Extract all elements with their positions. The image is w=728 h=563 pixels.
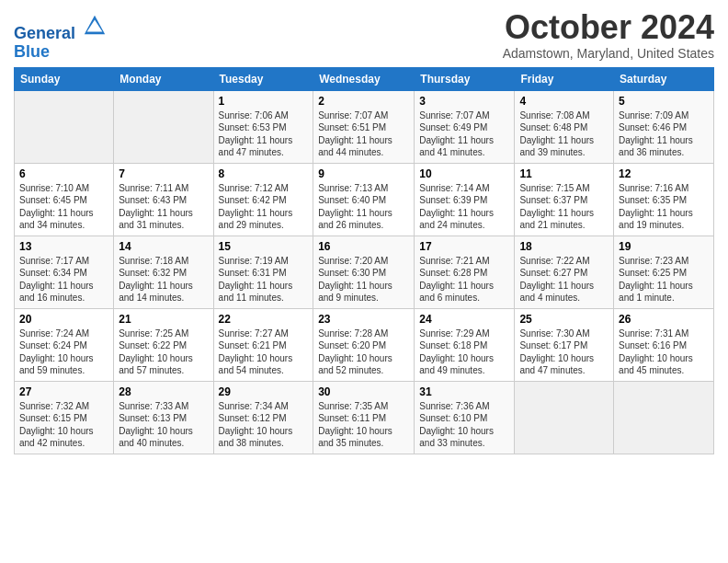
calendar-cell <box>15 90 114 163</box>
calendar-cell: 28Sunrise: 7:33 AMSunset: 6:13 PMDayligh… <box>114 381 213 454</box>
day-number: 10 <box>419 167 509 180</box>
day-info: Sunrise: 7:23 AMSunset: 6:25 PMDaylight:… <box>619 255 709 304</box>
week-row-3: 13Sunrise: 7:17 AMSunset: 6:34 PMDayligh… <box>15 236 714 308</box>
day-number: 6 <box>19 167 108 180</box>
day-number: 22 <box>219 313 309 326</box>
calendar-cell: 9Sunrise: 7:13 AMSunset: 6:40 PMDaylight… <box>313 163 415 236</box>
calendar-cell: 7Sunrise: 7:11 AMSunset: 6:43 PMDaylight… <box>114 163 213 236</box>
calendar-cell: 16Sunrise: 7:20 AMSunset: 6:30 PMDayligh… <box>313 236 415 308</box>
day-info: Sunrise: 7:36 AMSunset: 6:10 PMDaylight:… <box>419 400 509 450</box>
day-info: Sunrise: 7:12 AMSunset: 6:42 PMDaylight:… <box>219 182 309 232</box>
calendar-cell: 6Sunrise: 7:10 AMSunset: 6:45 PMDaylight… <box>15 163 114 236</box>
day-number: 9 <box>318 167 409 180</box>
day-number: 1 <box>219 95 309 108</box>
day-number: 17 <box>419 240 509 253</box>
calendar-cell <box>614 381 714 454</box>
calendar-cell: 10Sunrise: 7:14 AMSunset: 6:39 PMDayligh… <box>415 163 515 236</box>
calendar-cell <box>114 90 213 163</box>
day-info: Sunrise: 7:14 AMSunset: 6:39 PMDaylight:… <box>419 182 509 232</box>
calendar-cell: 31Sunrise: 7:36 AMSunset: 6:10 PMDayligh… <box>415 381 515 454</box>
day-number: 27 <box>19 385 108 398</box>
day-info: Sunrise: 7:35 AMSunset: 6:11 PMDaylight:… <box>318 400 409 450</box>
calendar-cell: 14Sunrise: 7:18 AMSunset: 6:32 PMDayligh… <box>114 236 213 308</box>
logo-text: General <box>14 13 108 43</box>
day-info: Sunrise: 7:27 AMSunset: 6:21 PMDaylight:… <box>219 327 309 377</box>
day-number: 13 <box>19 240 108 253</box>
day-number: 29 <box>219 385 309 398</box>
calendar-cell: 29Sunrise: 7:34 AMSunset: 6:12 PMDayligh… <box>213 381 313 454</box>
weekday-header-sunday: Sunday <box>15 67 114 90</box>
location: Adamstown, Maryland, United States <box>503 46 714 61</box>
day-number: 18 <box>519 240 609 253</box>
day-number: 11 <box>519 167 609 180</box>
day-number: 23 <box>318 313 409 326</box>
calendar-cell: 17Sunrise: 7:21 AMSunset: 6:28 PMDayligh… <box>415 236 515 308</box>
day-info: Sunrise: 7:13 AMSunset: 6:40 PMDaylight:… <box>318 182 409 232</box>
day-info: Sunrise: 7:29 AMSunset: 6:18 PMDaylight:… <box>419 327 509 377</box>
calendar-cell: 5Sunrise: 7:09 AMSunset: 6:46 PMDaylight… <box>614 90 714 163</box>
calendar-cell: 23Sunrise: 7:28 AMSunset: 6:20 PMDayligh… <box>313 308 415 381</box>
day-number: 19 <box>619 240 709 253</box>
day-number: 15 <box>219 240 309 253</box>
calendar-cell: 1Sunrise: 7:06 AMSunset: 6:53 PMDaylight… <box>213 90 313 163</box>
day-number: 24 <box>419 313 509 326</box>
day-info: Sunrise: 7:20 AMSunset: 6:30 PMDaylight:… <box>318 255 409 304</box>
day-number: 26 <box>619 313 709 326</box>
day-info: Sunrise: 7:21 AMSunset: 6:28 PMDaylight:… <box>419 255 509 304</box>
weekday-header-thursday: Thursday <box>415 67 515 90</box>
day-info: Sunrise: 7:17 AMSunset: 6:34 PMDaylight:… <box>19 255 108 304</box>
day-number: 21 <box>119 313 208 326</box>
title-block: October 2024 Adamstown, Maryland, United… <box>503 9 714 61</box>
weekday-header-saturday: Saturday <box>614 67 714 90</box>
logo-general: General <box>14 24 75 42</box>
day-number: 20 <box>19 313 108 326</box>
day-number: 4 <box>519 95 609 108</box>
calendar-cell: 18Sunrise: 7:22 AMSunset: 6:27 PMDayligh… <box>515 236 614 308</box>
calendar-cell: 30Sunrise: 7:35 AMSunset: 6:11 PMDayligh… <box>313 381 415 454</box>
calendar-cell: 22Sunrise: 7:27 AMSunset: 6:21 PMDayligh… <box>213 308 313 381</box>
day-info: Sunrise: 7:07 AMSunset: 6:51 PMDaylight:… <box>318 109 409 159</box>
day-info: Sunrise: 7:33 AMSunset: 6:13 PMDaylight:… <box>119 400 208 450</box>
day-info: Sunrise: 7:16 AMSunset: 6:35 PMDaylight:… <box>619 182 709 232</box>
calendar-cell: 21Sunrise: 7:25 AMSunset: 6:22 PMDayligh… <box>114 308 213 381</box>
day-number: 8 <box>219 167 309 180</box>
week-row-2: 6Sunrise: 7:10 AMSunset: 6:45 PMDaylight… <box>15 163 714 236</box>
weekday-header-wednesday: Wednesday <box>313 67 415 90</box>
month-title: October 2024 <box>503 9 714 46</box>
day-info: Sunrise: 7:09 AMSunset: 6:46 PMDaylight:… <box>619 109 709 159</box>
day-info: Sunrise: 7:19 AMSunset: 6:31 PMDaylight:… <box>219 255 309 304</box>
logo-blue-text: Blue <box>14 43 108 62</box>
week-row-5: 27Sunrise: 7:32 AMSunset: 6:15 PMDayligh… <box>15 381 714 454</box>
day-info: Sunrise: 7:31 AMSunset: 6:16 PMDaylight:… <box>619 327 709 377</box>
day-info: Sunrise: 7:18 AMSunset: 6:32 PMDaylight:… <box>119 255 208 304</box>
calendar-cell: 24Sunrise: 7:29 AMSunset: 6:18 PMDayligh… <box>415 308 515 381</box>
day-info: Sunrise: 7:25 AMSunset: 6:22 PMDaylight:… <box>119 327 208 377</box>
page: General Blue October 2024 Adamstown, Mar… <box>0 0 728 464</box>
day-info: Sunrise: 7:24 AMSunset: 6:24 PMDaylight:… <box>19 327 108 377</box>
calendar-table: SundayMondayTuesdayWednesdayThursdayFrid… <box>14 67 714 454</box>
calendar-cell: 26Sunrise: 7:31 AMSunset: 6:16 PMDayligh… <box>614 308 714 381</box>
calendar-cell: 2Sunrise: 7:07 AMSunset: 6:51 PMDaylight… <box>313 90 415 163</box>
day-number: 14 <box>119 240 208 253</box>
calendar-cell: 11Sunrise: 7:15 AMSunset: 6:37 PMDayligh… <box>515 163 614 236</box>
day-number: 2 <box>318 95 409 108</box>
weekday-header-tuesday: Tuesday <box>213 67 313 90</box>
week-row-4: 20Sunrise: 7:24 AMSunset: 6:24 PMDayligh… <box>15 308 714 381</box>
day-number: 3 <box>419 95 509 108</box>
day-number: 5 <box>619 95 709 108</box>
calendar-cell: 27Sunrise: 7:32 AMSunset: 6:15 PMDayligh… <box>15 381 114 454</box>
day-info: Sunrise: 7:11 AMSunset: 6:43 PMDaylight:… <box>119 182 208 232</box>
day-number: 12 <box>619 167 709 180</box>
day-number: 7 <box>119 167 208 180</box>
logo: General Blue <box>14 13 108 62</box>
header-row: SundayMondayTuesdayWednesdayThursdayFrid… <box>15 67 714 90</box>
logo-icon <box>82 13 108 39</box>
day-info: Sunrise: 7:30 AMSunset: 6:17 PMDaylight:… <box>519 327 609 377</box>
day-number: 16 <box>318 240 409 253</box>
day-info: Sunrise: 7:22 AMSunset: 6:27 PMDaylight:… <box>519 255 609 304</box>
calendar-cell: 8Sunrise: 7:12 AMSunset: 6:42 PMDaylight… <box>213 163 313 236</box>
day-number: 31 <box>419 385 509 398</box>
day-info: Sunrise: 7:07 AMSunset: 6:49 PMDaylight:… <box>419 109 509 159</box>
calendar-cell: 12Sunrise: 7:16 AMSunset: 6:35 PMDayligh… <box>614 163 714 236</box>
day-info: Sunrise: 7:15 AMSunset: 6:37 PMDaylight:… <box>519 182 609 232</box>
